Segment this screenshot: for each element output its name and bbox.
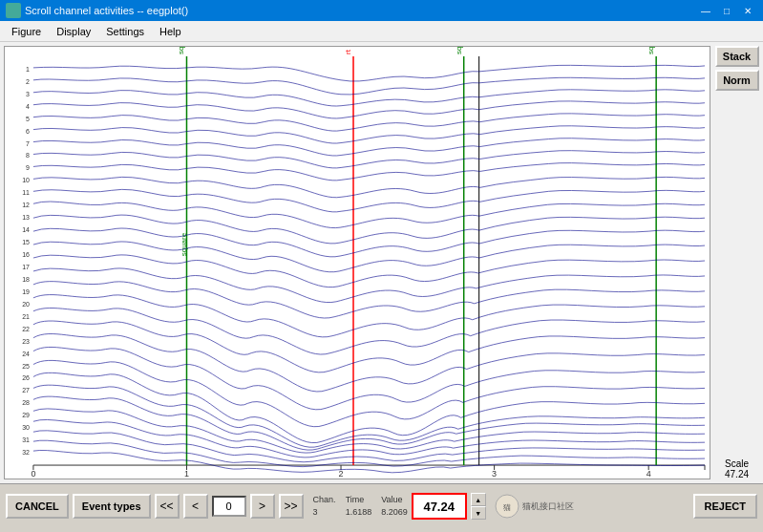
svg-text:9: 9 [26, 164, 30, 171]
spin-down-button[interactable]: ▼ [471, 506, 486, 520]
time-value: 1.6188 [346, 506, 372, 519]
svg-text:rt: rt [344, 49, 352, 54]
svg-text:8: 8 [26, 152, 30, 159]
svg-text:16: 16 [22, 251, 30, 258]
svg-text:17: 17 [22, 264, 30, 270]
svg-text:猫: 猫 [503, 503, 511, 512]
event-types-button[interactable]: Event types [73, 494, 151, 519]
nav-input[interactable] [212, 496, 246, 517]
time-label: Time [346, 494, 372, 506]
svg-text:square: square [455, 47, 463, 54]
value-num: 8.2069 [381, 506, 408, 519]
nav-prev-button[interactable]: < [183, 494, 208, 519]
menu-settings[interactable]: Settings [98, 24, 152, 39]
main-content: 1 2 3 4 5 6 7 8 9 10 11 12 13 14 15 16 1… [0, 42, 763, 483]
scale-value: 47.24 [725, 469, 749, 479]
svg-text:14: 14 [22, 226, 30, 233]
svg-text:4: 4 [646, 469, 651, 479]
svg-rect-0 [5, 47, 710, 479]
svg-text:18: 18 [22, 276, 30, 283]
stack-button[interactable]: Stack [715, 46, 759, 67]
svg-text:20: 20 [22, 301, 30, 308]
maximize-button[interactable]: □ [717, 3, 736, 18]
svg-text:30: 30 [22, 424, 30, 431]
time-info: Time 1.6188 [346, 494, 372, 518]
menu-figure[interactable]: Figure [4, 24, 49, 39]
eeg-plot: 1 2 3 4 5 6 7 8 9 10 11 12 13 14 15 16 1… [5, 47, 710, 479]
svg-text:1: 1 [26, 66, 30, 73]
logo-icon: 猫 [494, 493, 520, 520]
svg-text:2: 2 [26, 78, 30, 85]
svg-text:31: 31 [22, 436, 30, 443]
close-button[interactable]: ✕ [738, 3, 757, 18]
value-display: 47.24 [412, 493, 467, 520]
minimize-button[interactable]: — [696, 3, 715, 18]
svg-text:square: square [177, 47, 185, 54]
svg-text:28: 28 [22, 399, 30, 406]
logo-area: 猫 猫机接口社区 [494, 493, 574, 520]
svg-text:1: 1 [184, 469, 189, 479]
menu-help[interactable]: Help [152, 24, 189, 39]
menu-display[interactable]: Display [49, 24, 98, 39]
svg-text:19: 19 [22, 288, 30, 295]
svg-text:22: 22 [22, 326, 30, 332]
svg-text:2: 2 [339, 469, 344, 479]
menu-bar: Figure Display Settings Help [0, 21, 763, 42]
svg-text:25: 25 [22, 363, 30, 370]
svg-text:32: 32 [22, 449, 30, 456]
window-title: Scroll channel activities -- eegplot() [25, 5, 696, 16]
svg-text:26: 26 [22, 374, 30, 381]
right-panel: Stack Norm Scale 47.24 [710, 42, 763, 483]
chan-info: Chan. 3 [313, 494, 336, 518]
svg-text:13: 13 [22, 214, 30, 221]
cancel-button[interactable]: CANCEL [6, 494, 69, 519]
svg-text:3: 3 [26, 91, 30, 97]
svg-text:4: 4 [26, 103, 30, 110]
logo-text: 猫机接口社区 [522, 500, 574, 513]
scale-label: Scale 47.24 [725, 458, 749, 479]
spin-up-button[interactable]: ▲ [471, 493, 486, 506]
chan-label: Chan. [313, 494, 336, 506]
bottom-bar: CANCEL Event types << < > >> Chan. 3 Tim… [0, 483, 763, 528]
reject-button[interactable]: REJECT [693, 494, 757, 519]
scale-title: Scale [725, 458, 749, 469]
window-controls: — □ ✕ [696, 3, 757, 18]
svg-text:7: 7 [26, 140, 30, 147]
svg-text:29: 29 [22, 412, 30, 418]
svg-text:square: square [646, 47, 655, 54]
nav-next-button[interactable]: > [250, 494, 275, 519]
svg-text:5: 5 [26, 116, 30, 122]
nav-next-next-button[interactable]: >> [279, 494, 304, 519]
norm-button[interactable]: Norm [715, 70, 759, 91]
svg-text:6: 6 [26, 128, 30, 135]
value-info: Value 8.2069 [381, 494, 408, 518]
svg-text:12: 12 [22, 202, 30, 208]
svg-text:0: 0 [31, 469, 35, 479]
svg-text:15: 15 [22, 239, 30, 245]
svg-text:23: 23 [22, 338, 30, 345]
spinner[interactable]: ▲ ▼ [471, 493, 486, 520]
chan-value: 3 [313, 506, 336, 519]
svg-text:3: 3 [492, 469, 497, 479]
svg-text:10: 10 [22, 177, 30, 183]
app-icon [6, 3, 21, 18]
title-bar: Scroll channel activities -- eegplot() —… [0, 0, 763, 21]
value-label: Value [381, 494, 408, 506]
svg-text:21: 21 [22, 313, 30, 320]
nav-prev-prev-button[interactable]: << [155, 494, 180, 519]
svg-text:27: 27 [22, 387, 30, 394]
svg-text:11: 11 [22, 189, 30, 196]
plot-area: 1 2 3 4 5 6 7 8 9 10 11 12 13 14 15 16 1… [4, 46, 710, 479]
svg-text:24: 24 [22, 351, 30, 357]
